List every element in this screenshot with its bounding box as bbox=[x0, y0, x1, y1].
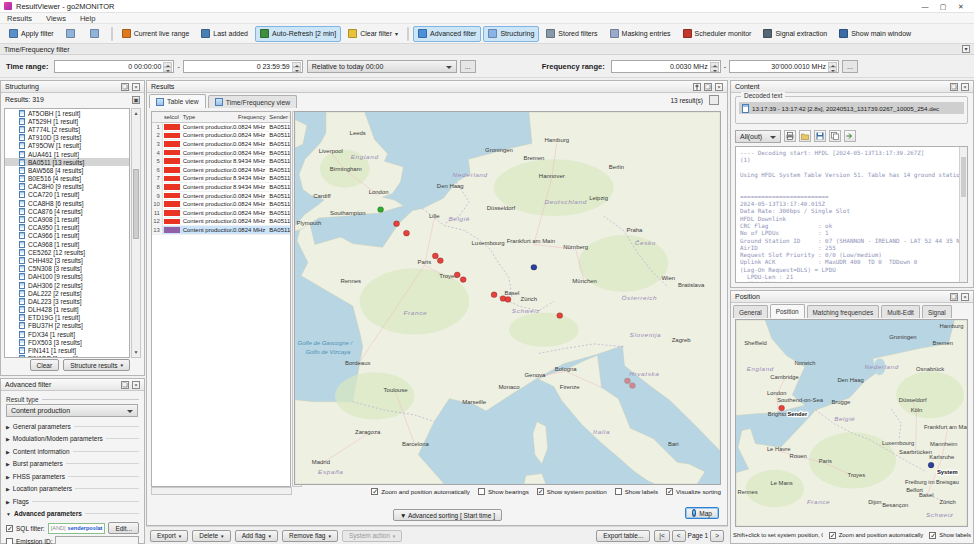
menu-item[interactable]: Results bbox=[0, 14, 39, 23]
time-mode-select[interactable]: Relative to today 00:00 bbox=[307, 60, 457, 73]
list-item[interactable]: AT95OW [1 result] bbox=[5, 142, 129, 150]
close-panel-icon[interactable]: × bbox=[961, 83, 969, 91]
list-item[interactable]: C5N308 [3 results] bbox=[5, 265, 129, 273]
results-table[interactable]: selcol Type Frequency Sender ID 1 Conten… bbox=[151, 111, 291, 487]
action-button[interactable]: Add flag bbox=[235, 530, 278, 542]
close-panel-icon[interactable]: × bbox=[961, 293, 969, 301]
close-panel-icon[interactable]: × bbox=[132, 83, 140, 91]
list-item[interactable]: DAL222 [2 results] bbox=[5, 289, 129, 297]
structure-results-button[interactable]: Structure results bbox=[63, 359, 130, 371]
toolbar-button[interactable]: Advanced filter bbox=[413, 26, 481, 42]
map-option-checkbox[interactable]: Show labels bbox=[615, 488, 658, 495]
result-point[interactable] bbox=[394, 221, 400, 227]
table-row[interactable]: 10 Content production 10.0824 MHz BA0511 bbox=[152, 200, 290, 209]
float-panel-icon[interactable]: ❏ bbox=[950, 83, 958, 91]
table-row[interactable]: 11 Content production 10.0824 MHz BA0511 bbox=[152, 209, 290, 218]
float-panel-icon[interactable]: ❏ bbox=[950, 293, 958, 301]
position-tab[interactable]: Matching frequencies bbox=[807, 305, 880, 318]
advanced-sorting-button[interactable]: ▼ Advanced sorting [ Start time ] bbox=[393, 509, 502, 521]
sql-edit-button[interactable]: Edit... bbox=[108, 522, 139, 534]
decoded-file-item[interactable]: 13:17:39 - 13:17:42 [2.8s], 20240513_131… bbox=[739, 102, 964, 114]
result-type-select[interactable]: Content production bbox=[6, 404, 138, 417]
toolbar-button[interactable]: Masking entries bbox=[605, 26, 676, 42]
system-position[interactable] bbox=[531, 264, 537, 270]
sql-filter-expression[interactable]: [AND] senderposlat IS NOT NULL bbox=[48, 523, 106, 534]
filter-section-toggle[interactable]: Flags bbox=[6, 495, 139, 508]
list-item[interactable]: CE5262 [12 results] bbox=[5, 248, 129, 256]
list-item[interactable]: FBU37H [2 results] bbox=[5, 322, 129, 330]
float-panel-icon[interactable]: ❏ bbox=[121, 83, 129, 91]
results-map[interactable]: LeedsLiverpoolBirminghamLondonSouthampto… bbox=[294, 111, 721, 485]
results-view-tab[interactable]: Table view bbox=[149, 94, 206, 108]
open-icon[interactable] bbox=[799, 130, 811, 142]
result-point[interactable] bbox=[491, 292, 497, 298]
collapse-icon[interactable]: ▾ bbox=[962, 45, 970, 53]
sql-filter-checkbox[interactable] bbox=[6, 525, 13, 532]
toolbar-button[interactable]: Stored filters bbox=[541, 26, 602, 42]
list-item[interactable]: FDX503 [3 results] bbox=[5, 338, 129, 346]
table-row[interactable]: 5 Content production 8.9434 MHz BA0511 bbox=[152, 157, 290, 166]
list-item[interactable]: AUA461 [1 result] bbox=[5, 150, 129, 158]
map-option-checkbox[interactable]: Zoom and position automatically bbox=[371, 488, 470, 495]
result-point[interactable] bbox=[557, 313, 563, 319]
toolbar-button[interactable] bbox=[407, 27, 409, 41]
sender-position[interactable] bbox=[779, 405, 785, 411]
filter-section-toggle[interactable]: Content information bbox=[6, 445, 139, 458]
map-option-checkbox[interactable]: Visualize sorting bbox=[666, 488, 721, 495]
table-row[interactable]: 8 Content production 8.9434 MHz BA0511 bbox=[152, 183, 290, 192]
list-item[interactable]: CHH492 [3 results] bbox=[5, 256, 129, 264]
emission-id-checkbox[interactable] bbox=[6, 538, 13, 544]
time-from-input[interactable]: 0 00:00:00 bbox=[54, 60, 174, 73]
list-item[interactable]: DLH428 [1 result] bbox=[5, 306, 129, 314]
position-tab[interactable]: Position bbox=[770, 304, 805, 318]
toolbar-button[interactable] bbox=[85, 26, 107, 42]
list-item[interactable]: ETD19G [1 result] bbox=[5, 314, 129, 322]
list-item[interactable]: DAL223 [3 results] bbox=[5, 297, 129, 305]
position-map[interactable]: SheffieldEnglandNorwichCambridgeLondonSo… bbox=[735, 319, 968, 527]
first-page-button[interactable]: |< bbox=[654, 530, 669, 542]
table-row[interactable]: 7 Content production 8.9434 MHz BA0511 bbox=[152, 175, 290, 184]
filter-section-toggle[interactable]: Modulation/Modem parameters bbox=[6, 433, 139, 446]
filter-section-toggle[interactable]: General parameters bbox=[6, 420, 139, 433]
result-point[interactable] bbox=[432, 253, 438, 259]
action-button[interactable]: Export bbox=[150, 530, 188, 542]
decoded-scrollbar[interactable] bbox=[959, 147, 967, 282]
float-panel-icon[interactable]: ❏ bbox=[704, 83, 712, 91]
position-tab[interactable]: Signal bbox=[922, 305, 952, 318]
list-item[interactable]: FIN141 [1 result] bbox=[5, 346, 129, 354]
system-position[interactable] bbox=[928, 462, 934, 468]
list-item[interactable]: CCA908 [1 result] bbox=[5, 215, 129, 223]
frequency-to-input[interactable]: 30'000.0010 MHz bbox=[729, 60, 839, 73]
position-map-svg[interactable]: SheffieldEnglandNorwichCambridgeLondonSo… bbox=[736, 320, 967, 526]
toolbar-button[interactable]: Last added bbox=[196, 26, 253, 42]
toolbar-button[interactable]: Auto-Refresh [2 min] bbox=[255, 26, 341, 42]
list-item[interactable]: CCA720 [1 result] bbox=[5, 191, 129, 199]
position-option-checkbox[interactable]: Zoom and position automatically bbox=[829, 532, 923, 539]
spinner-arrows-icon[interactable] bbox=[163, 62, 172, 72]
decoded-text-area[interactable]: ---- Decoding start: HFDL [2024-05-13T13… bbox=[735, 146, 968, 283]
maximize-button[interactable]: ▢ bbox=[934, 0, 952, 13]
filter-section-toggle[interactable]: FHSS parameters bbox=[6, 470, 139, 483]
close-panel-icon[interactable]: × bbox=[132, 381, 140, 389]
result-point[interactable] bbox=[505, 297, 511, 303]
list-item[interactable]: CCA950 [1 result] bbox=[5, 224, 129, 232]
track-start[interactable] bbox=[378, 207, 384, 213]
map-view-button[interactable]: Map bbox=[685, 507, 719, 519]
copy-icon[interactable] bbox=[829, 130, 841, 142]
close-panel-icon[interactable]: × bbox=[715, 83, 723, 91]
structuring-result-list[interactable]: AT5OBH [1 result] AT529H [1 result] AT77… bbox=[4, 108, 130, 358]
action-button[interactable]: Delete bbox=[192, 530, 230, 542]
position-tab[interactable]: General bbox=[733, 305, 768, 318]
save-icon[interactable] bbox=[814, 130, 826, 142]
spinner-arrows-icon[interactable] bbox=[292, 62, 301, 72]
export-table-button[interactable]: Export table... bbox=[596, 530, 650, 542]
minimize-button[interactable]: — bbox=[916, 0, 934, 13]
extract-icon[interactable] bbox=[844, 130, 856, 142]
refresh-list-icon[interactable]: ▣ bbox=[132, 96, 140, 104]
list-item[interactable]: AT5OBH [1 result] bbox=[5, 109, 129, 117]
list-item[interactable]: AT774L [2 results] bbox=[5, 125, 129, 133]
toolbar-button[interactable]: Show main window bbox=[834, 26, 916, 42]
clear-button[interactable]: Clear bbox=[30, 359, 60, 371]
position-tab[interactable]: Multi-Edit bbox=[881, 305, 920, 318]
list-item[interactable]: CCA966 [1 result] bbox=[5, 232, 129, 240]
